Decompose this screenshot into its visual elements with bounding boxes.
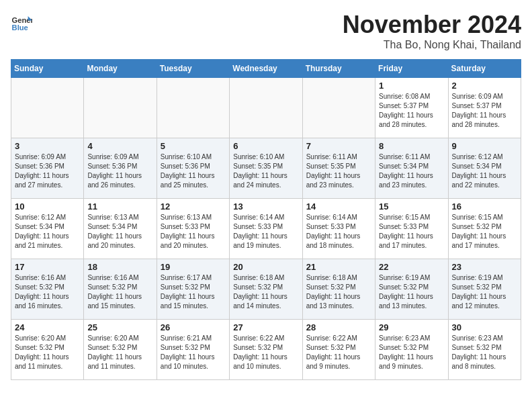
day-number: 18 [87,262,152,272]
day-number: 4 [87,141,152,151]
calendar-cell: 13Sunrise: 6:14 AM Sunset: 5:33 PM Dayli… [230,199,302,259]
day-info: Sunrise: 6:15 AM Sunset: 5:33 PM Dayligh… [379,213,444,250]
day-number: 28 [306,322,371,332]
weekday-sunday: Sunday [11,60,84,78]
calendar-cell: 15Sunrise: 6:15 AM Sunset: 5:33 PM Dayli… [375,199,448,259]
calendar-cell: 5Sunrise: 6:10 AM Sunset: 5:36 PM Daylig… [157,138,229,199]
calendar-body: 1Sunrise: 6:08 AM Sunset: 5:37 PM Daylig… [11,78,521,380]
day-info: Sunrise: 6:10 AM Sunset: 5:35 PM Dayligh… [233,152,298,190]
calendar-cell: 9Sunrise: 6:12 AM Sunset: 5:34 PM Daylig… [448,138,521,199]
weekday-friday: Friday [375,60,448,78]
day-info: Sunrise: 6:14 AM Sunset: 5:33 PM Dayligh… [306,213,371,250]
day-number: 17 [15,262,80,272]
weekday-wednesday: Wednesday [230,60,302,78]
day-info: Sunrise: 6:23 AM Sunset: 5:32 PM Dayligh… [379,334,444,371]
day-info: Sunrise: 6:09 AM Sunset: 5:37 PM Dayligh… [452,92,517,130]
calendar-cell: 8Sunrise: 6:11 AM Sunset: 5:34 PM Daylig… [375,138,448,199]
calendar-cell: 2Sunrise: 6:09 AM Sunset: 5:37 PM Daylig… [448,78,521,138]
calendar-cell: 23Sunrise: 6:19 AM Sunset: 5:32 PM Dayli… [448,259,521,320]
weekday-thursday: Thursday [302,60,375,78]
day-info: Sunrise: 6:16 AM Sunset: 5:32 PM Dayligh… [15,273,80,311]
day-info: Sunrise: 6:09 AM Sunset: 5:36 PM Dayligh… [87,152,152,190]
calendar-cell: 22Sunrise: 6:19 AM Sunset: 5:32 PM Dayli… [375,259,448,320]
day-info: Sunrise: 6:12 AM Sunset: 5:34 PM Dayligh… [452,152,517,190]
calendar-cell: 20Sunrise: 6:18 AM Sunset: 5:32 PM Dayli… [230,259,302,320]
day-number: 26 [161,322,226,332]
calendar-cell: 27Sunrise: 6:22 AM Sunset: 5:32 PM Dayli… [230,320,302,380]
weekday-saturday: Saturday [448,60,521,78]
day-info: Sunrise: 6:18 AM Sunset: 5:32 PM Dayligh… [233,273,298,311]
calendar-cell: 24Sunrise: 6:20 AM Sunset: 5:32 PM Dayli… [11,320,84,380]
day-number: 25 [87,322,152,332]
week-row-3: 10Sunrise: 6:12 AM Sunset: 5:34 PM Dayli… [11,199,521,259]
day-number: 5 [161,141,226,151]
calendar-cell: 28Sunrise: 6:22 AM Sunset: 5:32 PM Dayli… [302,320,375,380]
day-number: 29 [379,322,444,332]
day-number: 21 [306,262,371,272]
logo-icon: General Blue [11,11,32,32]
calendar-cell: 25Sunrise: 6:20 AM Sunset: 5:32 PM Dayli… [84,320,157,380]
day-info: Sunrise: 6:13 AM Sunset: 5:33 PM Dayligh… [161,213,226,250]
day-number: 22 [379,262,444,272]
day-info: Sunrise: 6:22 AM Sunset: 5:32 PM Dayligh… [233,334,298,371]
weekday-monday: Monday [84,60,157,78]
day-number: 24 [15,322,80,332]
day-number: 6 [233,141,298,151]
day-info: Sunrise: 6:11 AM Sunset: 5:35 PM Dayligh… [306,152,371,190]
location-subtitle: Tha Bo, Nong Khai, Thailand [343,39,521,51]
day-info: Sunrise: 6:08 AM Sunset: 5:37 PM Dayligh… [379,92,444,130]
day-number: 1 [379,81,444,91]
day-info: Sunrise: 6:15 AM Sunset: 5:32 PM Dayligh… [452,213,517,250]
day-number: 20 [233,262,298,272]
day-number: 19 [161,262,226,272]
calendar-cell: 29Sunrise: 6:23 AM Sunset: 5:32 PM Dayli… [375,320,448,380]
day-number: 13 [233,201,298,212]
day-info: Sunrise: 6:20 AM Sunset: 5:32 PM Dayligh… [87,334,152,371]
calendar-cell: 7Sunrise: 6:11 AM Sunset: 5:35 PM Daylig… [302,138,375,199]
day-info: Sunrise: 6:09 AM Sunset: 5:36 PM Dayligh… [15,152,80,190]
calendar-cell [11,78,84,138]
calendar-cell: 6Sunrise: 6:10 AM Sunset: 5:35 PM Daylig… [230,138,302,199]
month-title: November 2024 [343,11,521,39]
day-info: Sunrise: 6:10 AM Sunset: 5:36 PM Dayligh… [161,152,226,190]
day-info: Sunrise: 6:12 AM Sunset: 5:34 PM Dayligh… [15,213,80,250]
title-area: November 2024 Tha Bo, Nong Khai, Thailan… [343,11,521,51]
day-number: 8 [379,141,444,151]
day-info: Sunrise: 6:18 AM Sunset: 5:32 PM Dayligh… [306,273,371,311]
calendar-cell: 30Sunrise: 6:23 AM Sunset: 5:32 PM Dayli… [448,320,521,380]
day-number: 30 [452,322,517,332]
weekday-header-row: SundayMondayTuesdayWednesdayThursdayFrid… [11,60,521,78]
day-number: 14 [306,201,371,212]
calendar-cell: 18Sunrise: 6:16 AM Sunset: 5:32 PM Dayli… [84,259,157,320]
week-row-2: 3Sunrise: 6:09 AM Sunset: 5:36 PM Daylig… [11,138,521,199]
logo: General Blue [11,11,32,32]
week-row-5: 24Sunrise: 6:20 AM Sunset: 5:32 PM Dayli… [11,320,521,380]
calendar-cell: 19Sunrise: 6:17 AM Sunset: 5:32 PM Dayli… [157,259,229,320]
day-number: 11 [87,201,152,212]
day-number: 16 [452,201,517,212]
day-info: Sunrise: 6:16 AM Sunset: 5:32 PM Dayligh… [87,273,152,311]
calendar-cell: 26Sunrise: 6:21 AM Sunset: 5:32 PM Dayli… [157,320,229,380]
day-info: Sunrise: 6:19 AM Sunset: 5:32 PM Dayligh… [452,273,517,311]
day-info: Sunrise: 6:22 AM Sunset: 5:32 PM Dayligh… [306,334,371,371]
day-number: 27 [233,322,298,332]
weekday-tuesday: Tuesday [157,60,229,78]
day-info: Sunrise: 6:21 AM Sunset: 5:32 PM Dayligh… [161,334,226,371]
calendar-cell: 11Sunrise: 6:13 AM Sunset: 5:34 PM Dayli… [84,199,157,259]
day-number: 12 [161,201,226,212]
day-info: Sunrise: 6:19 AM Sunset: 5:32 PM Dayligh… [379,273,444,311]
day-number: 9 [452,141,517,151]
calendar-cell: 4Sunrise: 6:09 AM Sunset: 5:36 PM Daylig… [84,138,157,199]
day-number: 23 [452,262,517,272]
day-number: 2 [452,81,517,91]
calendar-cell [157,78,229,138]
calendar-cell: 16Sunrise: 6:15 AM Sunset: 5:32 PM Dayli… [448,199,521,259]
calendar-cell: 21Sunrise: 6:18 AM Sunset: 5:32 PM Dayli… [302,259,375,320]
calendar-cell [230,78,302,138]
calendar-cell: 12Sunrise: 6:13 AM Sunset: 5:33 PM Dayli… [157,199,229,259]
day-number: 3 [15,141,80,151]
day-info: Sunrise: 6:11 AM Sunset: 5:34 PM Dayligh… [379,152,444,190]
day-info: Sunrise: 6:23 AM Sunset: 5:32 PM Dayligh… [452,334,517,371]
day-number: 15 [379,201,444,212]
calendar-cell [302,78,375,138]
